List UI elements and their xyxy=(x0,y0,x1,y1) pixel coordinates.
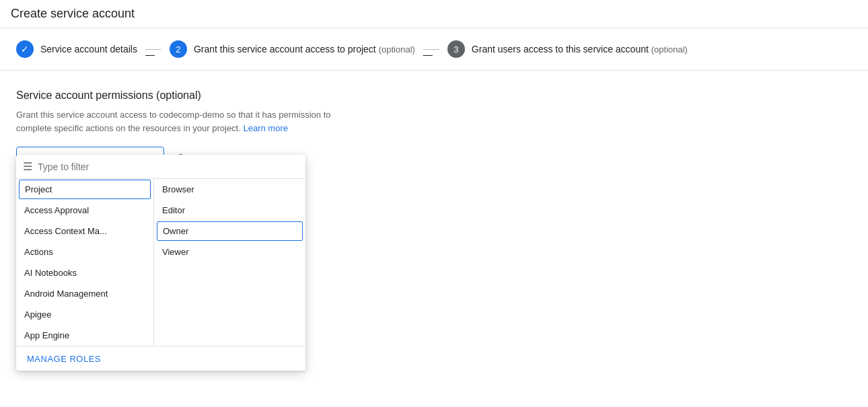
list-item[interactable]: Actions xyxy=(16,242,153,262)
right-panel[interactable]: Browser Editor Owner Viewer xyxy=(154,179,305,346)
role-dropdown[interactable]: ☰ Project Access Approval Access Context… xyxy=(16,155,305,371)
dropdown-search-bar: ☰ xyxy=(16,155,305,179)
right-item[interactable]: Browser xyxy=(154,179,305,200)
page-title: Create service account xyxy=(11,7,135,20)
filter-icon: ☰ xyxy=(23,160,32,173)
section-description: Grant this service account access to cod… xyxy=(16,108,353,135)
step-divider-2: — xyxy=(423,49,439,50)
filter-input[interactable] xyxy=(38,161,299,172)
step-3-circle: 3 xyxy=(447,40,465,58)
step-2-circle: 2 xyxy=(170,40,187,58)
learn-more-link[interactable]: Learn more xyxy=(243,123,287,133)
step-1-checkmark: ✓ xyxy=(21,44,29,54)
list-item[interactable]: Apigee xyxy=(16,304,153,325)
step-2: 2 Grant this service account access to p… xyxy=(170,40,415,58)
step-2-label: Grant this service account access to pro… xyxy=(194,44,415,54)
list-item[interactable]: Android Management xyxy=(16,283,153,304)
dropdown-footer: MANAGE ROLES xyxy=(16,346,305,371)
dropdown-body: Project Access Approval Access Context M… xyxy=(16,179,305,346)
step-3-number: 3 xyxy=(454,44,458,54)
step-1: ✓ Service account details xyxy=(16,40,137,58)
step-3-optional: (optional) xyxy=(651,44,688,54)
step-2-optional: (optional) xyxy=(379,44,415,54)
list-item[interactable]: Access Context Ma... xyxy=(16,221,153,242)
section-title: Service account permissions (optional) xyxy=(16,89,852,102)
title-bar: Create service account xyxy=(0,0,868,28)
step-3: 3 Grant users access to this service acc… xyxy=(447,40,688,58)
step-2-number: 2 xyxy=(176,44,180,54)
step-1-circle: ✓ xyxy=(16,40,34,58)
list-item[interactable]: App Engine xyxy=(16,325,153,346)
step-divider-1: — xyxy=(145,49,161,50)
stepper: ✓ Service account details — 2 Grant this… xyxy=(0,28,868,71)
list-item[interactable]: AI Notebooks xyxy=(16,262,153,283)
step-3-label: Grant users access to this service accou… xyxy=(472,44,688,54)
step-1-label: Service account details xyxy=(40,44,137,54)
right-item[interactable]: Owner xyxy=(157,221,303,241)
list-item[interactable]: Access Approval xyxy=(16,200,153,221)
right-item[interactable]: Editor xyxy=(154,200,305,221)
list-item[interactable]: Project xyxy=(19,180,151,199)
right-item[interactable]: Viewer xyxy=(154,242,305,262)
manage-roles-button[interactable]: MANAGE ROLES xyxy=(27,354,101,364)
left-panel[interactable]: Project Access Approval Access Context M… xyxy=(16,179,154,346)
